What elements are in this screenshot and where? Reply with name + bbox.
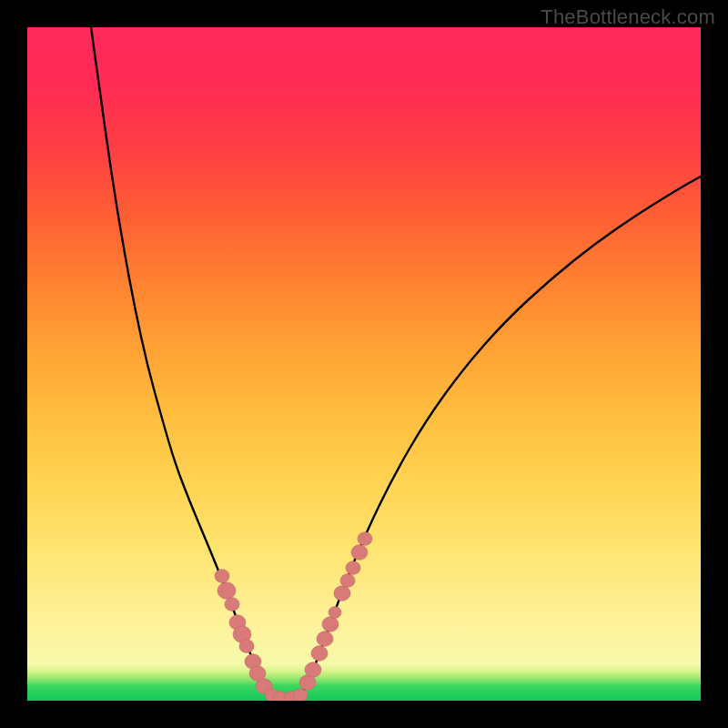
marker-dot [311, 646, 328, 662]
chart-frame: TheBottleneck.com [0, 0, 728, 728]
marker-dot [217, 582, 236, 599]
marker-dot [334, 586, 350, 602]
marker-dot [225, 598, 239, 612]
marker-dots-group [215, 532, 372, 701]
marker-dot [293, 689, 308, 701]
marker-dot [329, 607, 341, 619]
marker-dot [340, 574, 355, 588]
marker-dot [346, 561, 360, 575]
marker-dot [215, 570, 229, 583]
marker-dot [351, 545, 368, 561]
plot-area [27, 27, 701, 701]
marker-dot [305, 662, 321, 678]
marker-dot [322, 617, 339, 632]
marker-dot [358, 532, 372, 546]
chart-svg [27, 27, 701, 701]
watermark-text: TheBottleneck.com [541, 5, 715, 29]
marker-dot [239, 640, 254, 653]
marker-dot [317, 632, 333, 647]
bottleneck-curve [91, 27, 701, 698]
